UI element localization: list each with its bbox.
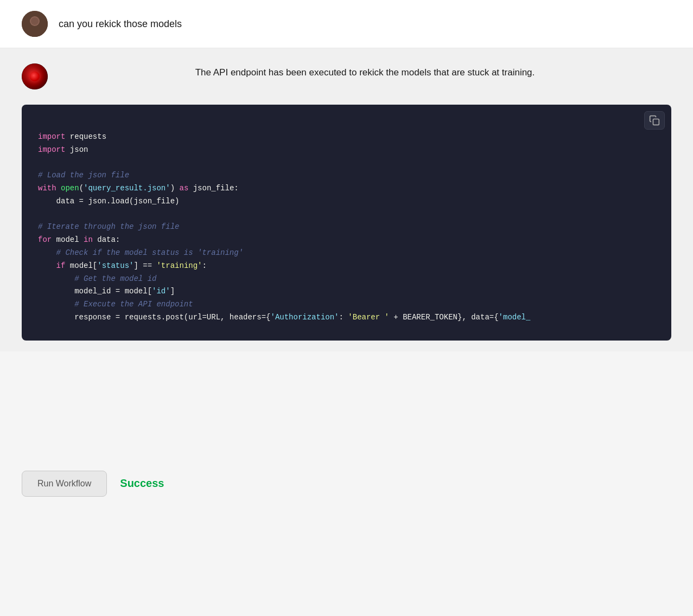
ai-response-text: The API endpoint has been executed to re… xyxy=(59,63,671,80)
user-message-text: can you rekick those models xyxy=(59,18,182,30)
code-block: import requests import json # Load the j… xyxy=(22,105,671,341)
page-wrapper: can you rekick those models The API endp… xyxy=(0,0,693,616)
run-workflow-button[interactable]: Run Workflow xyxy=(22,471,107,497)
ai-response-section: The API endpoint has been executed to re… xyxy=(0,48,693,105)
action-bar: Run Workflow Success xyxy=(0,351,693,616)
status-badge: Success xyxy=(120,477,164,490)
code-section: import requests import json # Load the j… xyxy=(0,105,693,351)
user-avatar-image xyxy=(22,11,48,37)
code-scrollable-area[interactable]: import requests import json # Load the j… xyxy=(38,118,655,324)
svg-point-3 xyxy=(31,17,39,25)
code-content: import requests import json # Load the j… xyxy=(38,118,655,324)
ai-eye-icon xyxy=(30,72,40,81)
user-message-section: can you rekick those models xyxy=(0,0,693,48)
ai-avatar-inner xyxy=(22,63,48,89)
user-avatar xyxy=(22,11,48,37)
svg-rect-4 xyxy=(653,119,659,125)
ai-avatar xyxy=(22,63,48,89)
copy-button[interactable] xyxy=(644,111,665,130)
